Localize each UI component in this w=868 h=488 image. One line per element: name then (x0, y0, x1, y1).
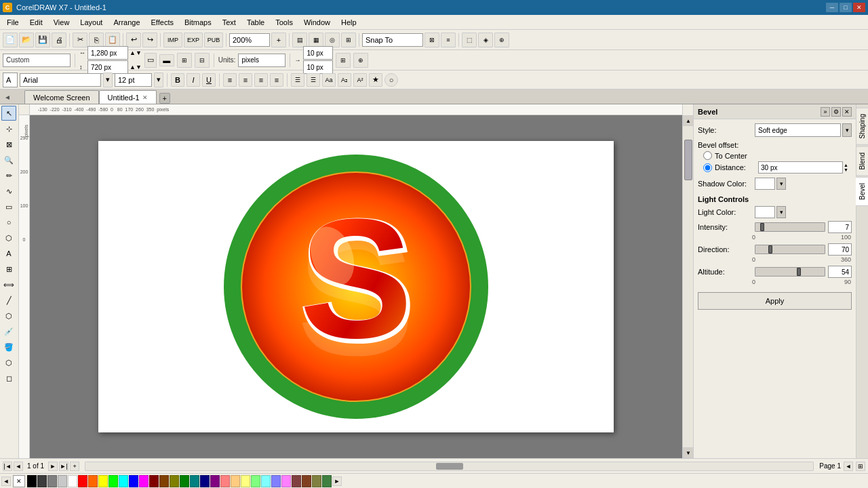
color-light-gray[interactable] (58, 475, 67, 487)
width-spinner[interactable]: ▲▼ (130, 49, 142, 56)
view-btn1[interactable]: ⬚ (462, 33, 477, 47)
menu-view[interactable]: View (48, 17, 75, 28)
panel-close-button[interactable]: ✕ (842, 107, 852, 117)
smartdraw-tool[interactable]: ∿ (1, 184, 16, 199)
layout-button[interactable]: ⊕ (353, 53, 368, 68)
color-forest[interactable] (322, 475, 332, 487)
shadow-color-swatch[interactable] (755, 178, 775, 190)
color-gray[interactable] (47, 475, 57, 487)
distance-spinner[interactable]: ▲▼ (844, 163, 852, 172)
scroll-up-button[interactable]: ▲ (683, 115, 693, 126)
ellipse-tool[interactable]: ○ (1, 215, 16, 230)
intensity-thumb[interactable] (760, 223, 764, 231)
altitude-slider[interactable] (755, 267, 825, 277)
redo-button[interactable]: ↪ (142, 33, 157, 47)
units-dropdown[interactable]: pixels (238, 54, 285, 67)
interactive-tool[interactable]: ⬡ (1, 308, 16, 323)
snap-btn1[interactable]: ⊠ (425, 33, 439, 47)
menu-tools[interactable]: Tools (270, 17, 298, 28)
color-olive[interactable] (170, 475, 179, 487)
smart-fill-tool[interactable]: ⬡ (1, 355, 16, 370)
text-frame[interactable]: ○ (384, 73, 398, 87)
fill-tool[interactable]: 🪣 (1, 340, 16, 354)
view-btn3[interactable]: ⊕ (494, 33, 509, 47)
font-dropdown-arrow[interactable]: ▾ (103, 73, 113, 87)
undo-button[interactable]: ↩ (126, 33, 141, 47)
panel-settings-button[interactable]: ⚙ (831, 107, 841, 117)
new-button[interactable]: 📄 (3, 33, 18, 47)
align-center[interactable]: ≡ (239, 73, 252, 87)
color-navy[interactable] (200, 475, 210, 487)
width-input[interactable] (87, 46, 128, 60)
tab-welcome-screen[interactable]: Welcome Screen (24, 90, 99, 104)
color-yellow[interactable] (98, 475, 108, 487)
color-green[interactable] (108, 475, 118, 487)
color-purple[interactable] (210, 475, 220, 487)
menu-layout[interactable]: Layout (75, 17, 108, 28)
color-black[interactable] (27, 475, 37, 487)
list-button[interactable]: ☰ (291, 73, 304, 87)
paste-button[interactable]: 📋 (105, 33, 120, 47)
text-caps[interactable]: Aa (322, 73, 336, 87)
color-orange[interactable] (88, 475, 98, 487)
tab-close-button[interactable]: ✕ (142, 94, 148, 101)
text-tool[interactable]: A (1, 246, 16, 261)
straight-line-tool[interactable]: ╱ (1, 293, 16, 308)
polygon-tool[interactable]: ⬡ (1, 230, 16, 245)
style-dropdown[interactable]: Soft edge (755, 123, 841, 137)
zoom-tool[interactable]: 🔍 (1, 152, 16, 167)
light-color-arrow[interactable]: ▾ (776, 206, 786, 218)
close-button[interactable]: ✕ (853, 3, 865, 12)
snap-dropdown[interactable]: Snap To (362, 33, 423, 47)
v-scrollbar[interactable]: ▲ ▼ (682, 115, 693, 458)
distance-value[interactable]: 30 px (758, 161, 843, 174)
apply-button[interactable]: Apply (698, 292, 852, 310)
color-cyan[interactable] (119, 475, 128, 487)
view-options-button[interactable]: ◄ (844, 462, 853, 471)
color-pink[interactable] (220, 475, 230, 487)
zoom-level[interactable]: 200% (229, 33, 270, 47)
crop-tool[interactable]: ⊠ (1, 137, 16, 152)
color-brown[interactable] (159, 475, 169, 487)
landscape-button[interactable]: ▬ (159, 54, 174, 66)
prev-page-button[interactable]: ◄ (14, 462, 23, 471)
distance-radio[interactable] (703, 163, 712, 172)
zoom-fit-button[interactable]: ⊞ (856, 462, 865, 471)
bevel-tab[interactable]: Bevel (856, 177, 868, 206)
selection-tool[interactable]: ↖ (1, 106, 16, 121)
import-button[interactable]: IMP (163, 33, 182, 47)
font-size-arrow[interactable]: ▾ (154, 73, 163, 87)
duplicate-button[interactable]: ⊞ (336, 53, 351, 68)
color-light-yellow[interactable] (241, 475, 250, 487)
shaping-tab[interactable]: Shaping (856, 108, 868, 145)
align-left[interactable]: ≡ (223, 73, 237, 87)
print-button[interactable]: 🖨 (52, 33, 66, 47)
next-page-button[interactable]: ► (48, 462, 58, 471)
altitude-thumb[interactable] (797, 268, 801, 276)
portrait-button[interactable]: ▭ (144, 53, 157, 68)
tab-arrow-left[interactable]: ◄ (3, 92, 12, 102)
publish-button[interactable]: PUB (204, 33, 223, 47)
save-button[interactable]: 💾 (35, 33, 50, 47)
table-tool[interactable]: ⊞ (1, 262, 16, 277)
export-button[interactable]: EXP (184, 33, 203, 47)
no-color-swatch[interactable]: ✕ (13, 475, 25, 487)
open-button[interactable]: 📂 (19, 33, 34, 47)
color-khaki[interactable] (312, 475, 321, 487)
eyedropper-tool[interactable]: 💉 (1, 324, 16, 339)
view-mode2[interactable]: ▦ (309, 33, 323, 47)
cut-button[interactable]: ✂ (73, 33, 87, 47)
intensity-slider[interactable] (755, 222, 825, 232)
direction-slider[interactable] (755, 245, 825, 254)
menu-edit[interactable]: Edit (24, 17, 48, 28)
nudge-input1[interactable] (303, 46, 333, 60)
canvas[interactable]: S S S (98, 141, 614, 432)
view-mode4[interactable]: ⊞ (341, 33, 356, 47)
menu-text[interactable]: Text (217, 17, 241, 28)
palette-right-arrow[interactable]: ► (332, 476, 342, 486)
color-peach[interactable] (231, 475, 240, 487)
copy-button[interactable]: ⎘ (89, 33, 104, 47)
color-tan[interactable] (302, 475, 311, 487)
maximize-button[interactable]: □ (840, 3, 852, 12)
color-sienna[interactable] (292, 475, 301, 487)
